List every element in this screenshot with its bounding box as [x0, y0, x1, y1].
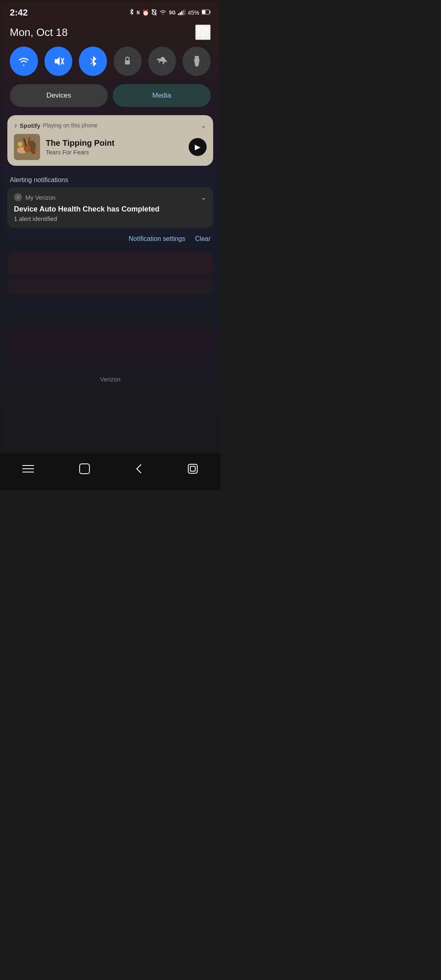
quick-toggles-row [0, 47, 220, 84]
notification-header: ✓ My Verizon ⌄ [14, 193, 207, 202]
svg-rect-33 [190, 466, 195, 471]
svg-point-24 [18, 142, 22, 147]
carrier-label: Verizon [0, 368, 220, 386]
spotify-play-button[interactable]: ▶ [189, 138, 207, 156]
status-bar: 2:42 N ⏰ [0, 0, 220, 21]
tabs-row: Devices Media [0, 84, 220, 115]
battery-icon [202, 9, 211, 16]
svg-rect-32 [188, 464, 197, 473]
battery-status: 45% [188, 9, 199, 16]
alarm-status-icon: ⏰ [142, 9, 149, 16]
svg-rect-6 [178, 13, 179, 15]
verizon-check-icon: ✓ [14, 193, 22, 201]
spotify-track: The Tipping Point Tears For Fears ▶ [14, 134, 207, 160]
notification-actions: Notification settings Clear [0, 231, 220, 249]
notification-chevron-icon[interactable]: ⌄ [200, 193, 207, 202]
navigation-bar [0, 453, 220, 490]
svg-rect-13 [202, 10, 205, 14]
back-button[interactable] [127, 460, 151, 480]
flashlight-toggle[interactable] [183, 47, 211, 76]
svg-marker-15 [55, 57, 60, 66]
wifi-toggle[interactable] [10, 47, 38, 76]
svg-rect-31 [80, 464, 89, 474]
spotify-track-info: The Tipping Point Tears For Fears [46, 138, 183, 156]
recent-apps-button[interactable] [14, 461, 42, 479]
home-button[interactable] [71, 460, 98, 480]
lock-rotation-toggle[interactable] [114, 47, 142, 76]
svg-rect-19 [195, 56, 199, 59]
spotify-card: ♪ Spotify Playing on this phone ⌄ [7, 115, 213, 166]
bluetooth-status-icon [129, 9, 134, 17]
notification-body: 1 alert identified [14, 215, 207, 222]
svg-point-23 [24, 144, 30, 152]
svg-rect-8 [181, 11, 183, 15]
blurred-content-1 [7, 252, 213, 275]
svg-rect-7 [180, 12, 181, 15]
airplane-toggle[interactable] [148, 47, 176, 76]
screenshot-button[interactable] [179, 460, 206, 480]
spotify-chevron-icon[interactable]: ⌄ [200, 121, 207, 130]
notification-settings-button[interactable]: Notification settings [129, 235, 185, 243]
blurred-content-4 [7, 353, 213, 368]
spotify-track-title: The Tipping Point [46, 138, 183, 148]
svg-rect-12 [210, 11, 211, 13]
spotify-header: ♪ Spotify Playing on this phone ⌄ [14, 121, 207, 130]
spotify-track-artist: Tears For Fears [46, 149, 183, 156]
nfc-status-icon: N [137, 10, 140, 16]
svg-rect-9 [183, 10, 184, 15]
notification-app-row: ✓ My Verizon [14, 193, 56, 201]
media-tab[interactable]: Media [113, 84, 211, 107]
spotify-label: Spotify [20, 122, 40, 129]
status-time: 2:42 [10, 7, 28, 18]
svg-rect-10 [185, 9, 185, 15]
alerting-notifications-label: Alerting notifications [0, 172, 220, 187]
spotify-album-art [14, 134, 40, 160]
5g-status-icon: 5G [169, 10, 176, 16]
spotify-app-name: ♪ Spotify Playing on this phone [14, 122, 98, 129]
notification-app-name: My Verizon [25, 194, 56, 201]
clear-notification-button[interactable]: Clear [195, 235, 211, 243]
date-display: Mon, Oct 18 [10, 26, 68, 39]
signal-bars-icon [178, 9, 185, 16]
notification-card: ✓ My Verizon ⌄ Device Auto Health Check … [7, 187, 213, 228]
svg-point-25 [31, 150, 36, 154]
settings-button[interactable] [195, 24, 211, 40]
vibrate-status-icon [151, 9, 157, 17]
svg-point-14 [201, 30, 205, 34]
bluetooth-toggle[interactable] [79, 47, 107, 76]
wifi-status-icon [159, 9, 167, 16]
devices-tab[interactable]: Devices [10, 84, 108, 107]
sound-toggle[interactable] [45, 47, 73, 76]
svg-rect-18 [125, 60, 130, 65]
date-row: Mon, Oct 18 [0, 21, 220, 47]
music-note-icon: ♪ [14, 122, 17, 129]
notification-title: Device Auto Health Check has Completed [14, 205, 207, 214]
blurred-content-2 [7, 278, 213, 294]
spotify-playing-on: Playing on this phone [43, 122, 98, 129]
blurred-content-3 [7, 325, 213, 350]
status-icons: N ⏰ 5G [129, 9, 211, 17]
